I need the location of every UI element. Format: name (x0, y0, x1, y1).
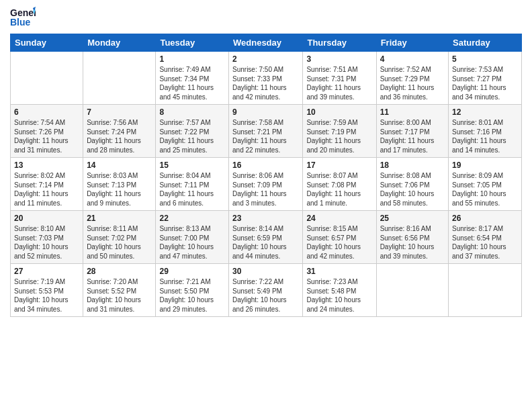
empty-cell (11, 52, 83, 105)
day-number-1: 1 (159, 54, 225, 64)
week-row-2: 6Sunrise: 7:54 AM Sunset: 7:26 PM Daylig… (11, 105, 522, 158)
day-17: 17Sunrise: 8:07 AM Sunset: 7:08 PM Dayli… (303, 158, 376, 211)
day-number-19: 19 (452, 161, 518, 170)
day-number-24: 24 (306, 214, 372, 223)
day-number-4: 4 (380, 54, 445, 64)
day-number-11: 11 (380, 107, 445, 117)
day-info-2: Sunrise: 7:50 AM Sunset: 7:33 PM Dayligh… (232, 65, 299, 101)
day-info-31: Sunrise: 7:23 AM Sunset: 5:48 PM Dayligh… (306, 277, 372, 314)
day-number-12: 12 (452, 107, 518, 117)
day-number-20: 20 (14, 214, 79, 223)
day-info-22: Sunrise: 8:13 AM Sunset: 7:00 PM Dayligh… (159, 224, 225, 261)
day-19: 19Sunrise: 8:09 AM Sunset: 7:05 PM Dayli… (449, 158, 522, 211)
header-friday: Friday (376, 34, 448, 52)
day-info-21: Sunrise: 8:11 AM Sunset: 7:02 PM Dayligh… (87, 224, 152, 261)
day-info-20: Sunrise: 8:10 AM Sunset: 7:03 PM Dayligh… (14, 224, 79, 261)
day-info-15: Sunrise: 8:04 AM Sunset: 7:11 PM Dayligh… (159, 171, 225, 208)
day-info-3: Sunrise: 7:51 AM Sunset: 7:31 PM Dayligh… (306, 65, 372, 101)
day-4: 4Sunrise: 7:52 AM Sunset: 7:29 PM Daylig… (376, 52, 448, 105)
day-info-13: Sunrise: 8:02 AM Sunset: 7:14 PM Dayligh… (14, 171, 79, 208)
week-row-4: 20Sunrise: 8:10 AM Sunset: 7:03 PM Dayli… (11, 211, 522, 264)
day-12: 12Sunrise: 8:01 AM Sunset: 7:16 PM Dayli… (449, 105, 522, 158)
header-saturday: Saturday (449, 34, 522, 52)
day-info-25: Sunrise: 8:16 AM Sunset: 6:56 PM Dayligh… (380, 224, 445, 261)
day-info-4: Sunrise: 7:52 AM Sunset: 7:29 PM Dayligh… (380, 65, 445, 101)
calendar: SundayMondayTuesdayWednesdayThursdayFrid… (10, 34, 522, 317)
header-wednesday: Wednesday (229, 34, 303, 52)
day-info-30: Sunrise: 7:22 AM Sunset: 5:49 PM Dayligh… (232, 277, 299, 314)
day-number-17: 17 (306, 161, 372, 170)
day-info-29: Sunrise: 7:21 AM Sunset: 5:50 PM Dayligh… (159, 277, 225, 314)
day-28: 28Sunrise: 7:20 AM Sunset: 5:52 PM Dayli… (83, 264, 156, 317)
day-number-25: 25 (380, 214, 445, 223)
day-info-19: Sunrise: 8:09 AM Sunset: 7:05 PM Dayligh… (452, 171, 518, 208)
day-info-14: Sunrise: 8:03 AM Sunset: 7:13 PM Dayligh… (87, 171, 152, 208)
day-info-9: Sunrise: 7:58 AM Sunset: 7:21 PM Dayligh… (232, 118, 299, 154)
header-monday: Monday (83, 34, 156, 52)
day-info-17: Sunrise: 8:07 AM Sunset: 7:08 PM Dayligh… (306, 171, 372, 208)
day-24: 24Sunrise: 8:15 AM Sunset: 6:57 PM Dayli… (303, 211, 376, 264)
header-sunday: Sunday (11, 34, 83, 52)
day-number-29: 29 (159, 267, 225, 276)
day-18: 18Sunrise: 8:08 AM Sunset: 7:06 PM Dayli… (376, 158, 448, 211)
day-info-28: Sunrise: 7:20 AM Sunset: 5:52 PM Dayligh… (87, 277, 152, 314)
day-22: 22Sunrise: 8:13 AM Sunset: 7:00 PM Dayli… (156, 211, 229, 264)
day-number-8: 8 (159, 107, 225, 117)
calendar-header-row: SundayMondayTuesdayWednesdayThursdayFrid… (11, 34, 522, 52)
day-info-12: Sunrise: 8:01 AM Sunset: 7:16 PM Dayligh… (452, 118, 518, 154)
day-number-6: 6 (14, 107, 79, 117)
day-number-26: 26 (452, 214, 518, 223)
day-10: 10Sunrise: 7:59 AM Sunset: 7:19 PM Dayli… (303, 105, 376, 158)
day-number-15: 15 (159, 161, 225, 170)
day-number-3: 3 (306, 54, 372, 64)
header: General Blue (10, 7, 522, 28)
day-25: 25Sunrise: 8:16 AM Sunset: 6:56 PM Dayli… (376, 211, 448, 264)
day-info-18: Sunrise: 8:08 AM Sunset: 7:06 PM Dayligh… (380, 171, 445, 208)
day-8: 8Sunrise: 7:57 AM Sunset: 7:22 PM Daylig… (156, 105, 229, 158)
week-row-3: 13Sunrise: 8:02 AM Sunset: 7:14 PM Dayli… (11, 158, 522, 211)
logo: General Blue (10, 7, 36, 28)
day-31: 31Sunrise: 7:23 AM Sunset: 5:48 PM Dayli… (303, 264, 376, 317)
logo-svg: General Blue (10, 7, 36, 28)
empty-cell (449, 264, 522, 317)
day-5: 5Sunrise: 7:53 AM Sunset: 7:27 PM Daylig… (449, 52, 522, 105)
day-13: 13Sunrise: 8:02 AM Sunset: 7:14 PM Dayli… (11, 158, 83, 211)
day-3: 3Sunrise: 7:51 AM Sunset: 7:31 PM Daylig… (303, 52, 376, 105)
day-2: 2Sunrise: 7:50 AM Sunset: 7:33 PM Daylig… (229, 52, 303, 105)
empty-cell (376, 264, 448, 317)
day-number-14: 14 (87, 161, 152, 170)
header-tuesday: Tuesday (156, 34, 229, 52)
day-info-23: Sunrise: 8:14 AM Sunset: 6:59 PM Dayligh… (232, 224, 299, 261)
day-7: 7Sunrise: 7:56 AM Sunset: 7:24 PM Daylig… (83, 105, 156, 158)
day-20: 20Sunrise: 8:10 AM Sunset: 7:03 PM Dayli… (11, 211, 83, 264)
day-number-16: 16 (232, 161, 299, 170)
day-number-28: 28 (87, 267, 152, 276)
day-info-11: Sunrise: 8:00 AM Sunset: 7:17 PM Dayligh… (380, 118, 445, 154)
day-14: 14Sunrise: 8:03 AM Sunset: 7:13 PM Dayli… (83, 158, 156, 211)
day-info-24: Sunrise: 8:15 AM Sunset: 6:57 PM Dayligh… (306, 224, 372, 261)
day-info-26: Sunrise: 8:17 AM Sunset: 6:54 PM Dayligh… (452, 224, 518, 261)
day-30: 30Sunrise: 7:22 AM Sunset: 5:49 PM Dayli… (229, 264, 303, 317)
day-26: 26Sunrise: 8:17 AM Sunset: 6:54 PM Dayli… (449, 211, 522, 264)
day-info-1: Sunrise: 7:49 AM Sunset: 7:34 PM Dayligh… (159, 65, 225, 101)
day-number-13: 13 (14, 161, 79, 170)
day-1: 1Sunrise: 7:49 AM Sunset: 7:34 PM Daylig… (156, 52, 229, 105)
page: General Blue SundayMondayTuesdayWednesda… (0, 0, 532, 411)
day-number-2: 2 (232, 54, 299, 64)
day-info-5: Sunrise: 7:53 AM Sunset: 7:27 PM Dayligh… (452, 65, 518, 101)
day-number-5: 5 (452, 54, 518, 64)
day-16: 16Sunrise: 8:06 AM Sunset: 7:09 PM Dayli… (229, 158, 303, 211)
day-21: 21Sunrise: 8:11 AM Sunset: 7:02 PM Dayli… (83, 211, 156, 264)
day-27: 27Sunrise: 7:19 AM Sunset: 5:53 PM Dayli… (11, 264, 83, 317)
day-9: 9Sunrise: 7:58 AM Sunset: 7:21 PM Daylig… (229, 105, 303, 158)
empty-cell (83, 52, 156, 105)
day-number-27: 27 (14, 267, 79, 276)
day-number-9: 9 (232, 107, 299, 117)
day-info-16: Sunrise: 8:06 AM Sunset: 7:09 PM Dayligh… (232, 171, 299, 208)
day-info-6: Sunrise: 7:54 AM Sunset: 7:26 PM Dayligh… (14, 118, 79, 154)
day-number-7: 7 (87, 107, 152, 117)
week-row-5: 27Sunrise: 7:19 AM Sunset: 5:53 PM Dayli… (11, 264, 522, 317)
day-info-8: Sunrise: 7:57 AM Sunset: 7:22 PM Dayligh… (159, 118, 225, 154)
day-number-21: 21 (87, 214, 152, 223)
day-info-7: Sunrise: 7:56 AM Sunset: 7:24 PM Dayligh… (87, 118, 152, 154)
